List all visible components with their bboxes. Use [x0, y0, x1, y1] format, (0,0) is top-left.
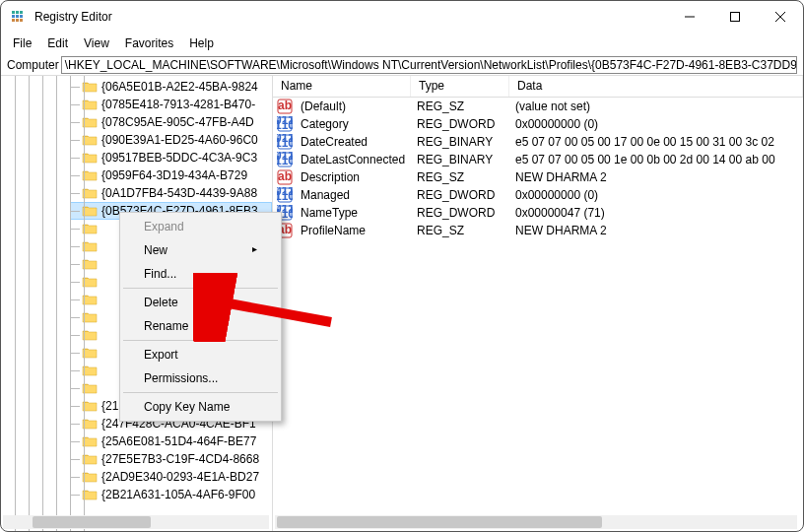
ctx-separator	[123, 340, 278, 341]
folder-icon	[82, 80, 98, 94]
cell-data: 0x00000047 (71)	[509, 206, 803, 220]
list-row[interactable]: abProfileNameREG_SZNEW DHARMA 2	[273, 222, 803, 239]
binary-value-icon: 011110	[277, 116, 293, 132]
col-header-type[interactable]: Type	[411, 76, 509, 97]
folder-icon	[82, 239, 98, 253]
menu-favorites[interactable]: Favorites	[117, 33, 181, 53]
tree-item-label: {25A6E081-51D4-464F-BE77	[101, 434, 256, 448]
list-row[interactable]: 011110DateCreatedREG_BINARYe5 07 07 00 0…	[273, 133, 803, 151]
string-value-icon: ab	[277, 169, 293, 185]
titlebar: Registry Editor	[1, 1, 803, 33]
list-row[interactable]: 011110DateLastConnectedREG_BINARYe5 07 0…	[273, 151, 803, 168]
window-title: Registry Editor	[34, 10, 667, 24]
folder-icon	[82, 381, 98, 395]
cell-name: DateLastConnected	[295, 153, 411, 166]
folder-icon	[82, 151, 98, 165]
menu-file[interactable]: File	[5, 33, 39, 53]
svg-text:ab: ab	[278, 99, 292, 112]
svg-rect-6	[12, 19, 15, 22]
tree-item-label: {2AD9E340-0293-4E1A-BD27	[101, 470, 259, 484]
tree-item[interactable]: {0A1D7FB4-543D-4439-9A88	[70, 184, 272, 202]
svg-rect-9	[731, 13, 740, 22]
svg-text:110: 110	[277, 189, 293, 203]
tree-item[interactable]: {078C95AE-905C-47FB-A4D	[70, 113, 272, 131]
tree-item-label: {0A1D7FB4-543D-4439-9A88	[101, 186, 257, 200]
list-row[interactable]: abDescriptionREG_SZNEW DHARMA 2	[273, 168, 803, 186]
cell-type: REG_SZ	[411, 224, 509, 237]
ctx-export[interactable]: Export	[122, 343, 279, 366]
tree-item[interactable]: {2AD9E340-0293-4E1A-BD27	[70, 468, 272, 486]
tree-item-label: {09517BEB-5DDC-4C3A-9C3	[101, 151, 257, 165]
tree-item[interactable]: {0959F64-3D19-434A-B729	[70, 166, 272, 184]
folder-icon	[82, 115, 98, 129]
list-row[interactable]: 011110ManagedREG_DWORD0x00000000 (0)	[273, 186, 803, 204]
folder-icon	[82, 98, 98, 111]
tree-scrollbar-h[interactable]	[3, 515, 269, 529]
list-pane[interactable]: Name Type Data ab(Default)REG_SZ(value n…	[273, 76, 803, 531]
list-row[interactable]: 011110NameTypeREG_DWORD0x00000047 (71)	[273, 204, 803, 222]
ctx-permissions[interactable]: Permissions...	[122, 366, 279, 390]
list-scrollbar-h[interactable]	[275, 515, 797, 529]
cell-type: REG_BINARY	[411, 153, 509, 166]
list-row[interactable]: 011110CategoryREG_DWORD0x00000000 (0)	[273, 115, 803, 133]
svg-rect-8	[20, 19, 23, 22]
app-icon	[11, 9, 27, 25]
folder-icon	[82, 186, 98, 200]
cell-data: NEW DHARMA 2	[509, 170, 803, 184]
svg-text:110: 110	[277, 118, 293, 132]
chevron-right-icon: ▸	[252, 243, 257, 254]
binary-value-icon: 011110	[277, 134, 293, 150]
maximize-button[interactable]	[712, 1, 758, 33]
ctx-copy-key-name[interactable]: Copy Key Name	[122, 395, 279, 419]
tree-item[interactable]: {25A6E081-51D4-464F-BE77	[70, 432, 272, 450]
ctx-rename[interactable]: Rename	[122, 314, 279, 338]
cell-data: (value not set)	[509, 100, 803, 113]
tree-item[interactable]: {2B21A631-105A-4AF6-9F00	[70, 486, 272, 503]
ctx-separator	[123, 392, 278, 393]
folder-icon	[82, 204, 98, 218]
cell-data: e5 07 07 00 05 00 17 00 0e 00 15 00 31 0…	[509, 135, 803, 149]
cell-data: NEW DHARMA 2	[509, 224, 803, 237]
folder-icon	[82, 434, 98, 448]
menu-view[interactable]: View	[76, 33, 117, 53]
tree-item[interactable]: {09517BEB-5DDC-4C3A-9C3	[70, 149, 272, 166]
svg-text:110: 110	[277, 136, 293, 150]
address-label: Computer	[7, 58, 59, 72]
cell-name: Description	[295, 170, 411, 184]
tree-item[interactable]: {0785E418-7913-4281-B470-	[70, 96, 272, 113]
ctx-new[interactable]: New▸	[122, 238, 279, 262]
tree-item-label: {090E39A1-ED25-4A60-96C0	[101, 133, 258, 147]
col-header-data[interactable]: Data	[509, 76, 803, 97]
address-input[interactable]: \HKEY_LOCAL_MACHINE\SOFTWARE\Microsoft\W…	[61, 56, 797, 74]
folder-icon	[82, 328, 98, 342]
minimize-button[interactable]	[667, 1, 712, 33]
tree-scrollbar-thumb[interactable]	[33, 516, 151, 528]
ctx-expand: Expand	[122, 215, 279, 238]
folder-icon	[82, 257, 98, 271]
ctx-new-label: New	[144, 243, 168, 257]
cell-type: REG_SZ	[411, 170, 509, 184]
cell-data: 0x00000000 (0)	[509, 117, 803, 131]
addressbar: Computer \HKEY_LOCAL_MACHINE\SOFTWARE\Mi…	[1, 54, 803, 76]
svg-text:110: 110	[277, 154, 293, 167]
tree-item-label: {06A5E01B-A2E2-45BA-9824	[101, 80, 258, 94]
menu-help[interactable]: Help	[181, 33, 222, 53]
binary-value-icon: 011110	[277, 152, 293, 167]
tree-item[interactable]: {27E5E7B3-C19F-4CD4-8668	[70, 450, 272, 468]
tree-item[interactable]: {090E39A1-ED25-4A60-96C0	[70, 131, 272, 149]
col-header-name[interactable]: Name	[273, 76, 411, 97]
ctx-delete[interactable]: Delete	[122, 291, 279, 314]
close-button[interactable]	[758, 1, 803, 33]
list-scrollbar-thumb[interactable]	[277, 516, 602, 528]
cell-type: REG_BINARY	[411, 135, 509, 149]
list-header: Name Type Data	[273, 76, 803, 98]
menu-edit[interactable]: Edit	[39, 33, 76, 53]
string-value-icon: ab	[277, 99, 293, 114]
cell-data: 0x00000000 (0)	[509, 188, 803, 202]
cell-name: Category	[295, 117, 411, 131]
tree-item[interactable]: {06A5E01B-A2E2-45BA-9824	[70, 78, 272, 96]
svg-text:ab: ab	[278, 169, 292, 183]
cell-type: REG_DWORD	[411, 117, 509, 131]
list-row[interactable]: ab(Default)REG_SZ(value not set)	[273, 98, 803, 115]
ctx-find[interactable]: Find...	[122, 262, 279, 286]
